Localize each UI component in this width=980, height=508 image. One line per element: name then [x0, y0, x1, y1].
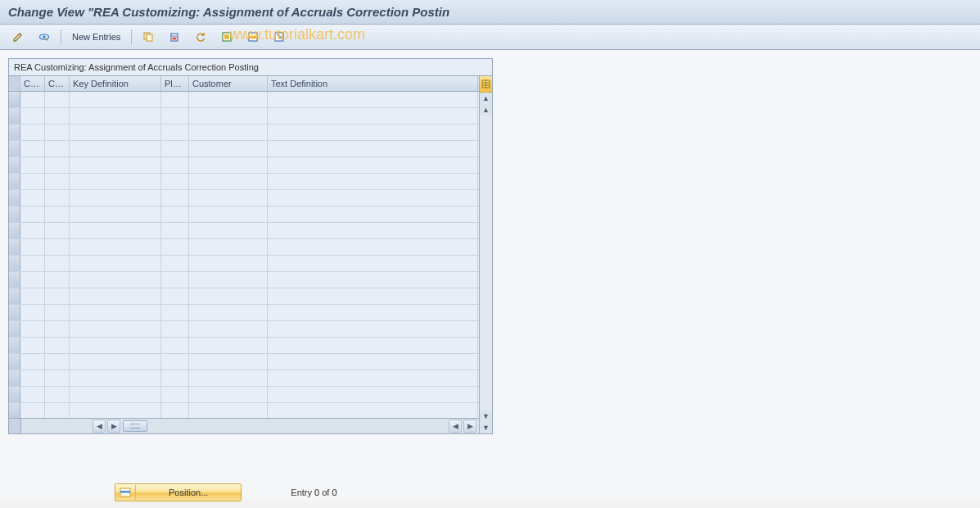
cell[interactable] — [20, 239, 45, 255]
cell[interactable] — [189, 125, 268, 140]
cell[interactable] — [161, 370, 189, 386]
cell[interactable] — [189, 157, 268, 173]
cell[interactable] — [268, 321, 478, 337]
cell[interactable] — [268, 92, 478, 107]
hscroll-left-icon[interactable]: ◀ — [93, 420, 106, 433]
cell[interactable] — [20, 125, 45, 140]
cell[interactable] — [161, 403, 189, 418]
cell[interactable] — [70, 190, 161, 206]
cell[interactable] — [189, 272, 268, 288]
cell[interactable] — [70, 305, 161, 320]
cell[interactable] — [161, 387, 189, 402]
row-selector[interactable] — [9, 387, 20, 402]
cell[interactable] — [161, 174, 189, 189]
cell[interactable] — [268, 387, 478, 402]
cell[interactable] — [20, 141, 45, 156]
column-header[interactable]: Text Definition — [268, 76, 478, 91]
cell[interactable] — [45, 239, 70, 255]
cell[interactable] — [45, 206, 70, 222]
row-selector[interactable] — [9, 141, 20, 156]
select-block-icon[interactable] — [242, 28, 264, 46]
cell[interactable] — [45, 387, 70, 402]
cell[interactable] — [189, 206, 268, 222]
cell[interactable] — [268, 174, 478, 189]
cell[interactable] — [20, 108, 45, 124]
cell[interactable] — [20, 338, 45, 353]
cell[interactable] — [268, 272, 478, 288]
column-header[interactable]: Key Definition — [70, 76, 161, 91]
cell[interactable] — [45, 370, 70, 386]
row-selector[interactable] — [9, 92, 20, 107]
cell[interactable] — [45, 256, 70, 271]
cell[interactable] — [189, 239, 268, 255]
cell[interactable] — [70, 338, 161, 353]
row-selector[interactable] — [9, 239, 20, 255]
cell[interactable] — [45, 321, 70, 337]
cell[interactable] — [20, 288, 45, 304]
row-selector[interactable] — [9, 272, 20, 288]
cell[interactable] — [70, 108, 161, 124]
cell[interactable] — [20, 223, 45, 238]
column-header[interactable]: Customer — [189, 76, 268, 91]
cell[interactable] — [70, 288, 161, 304]
cell[interactable] — [161, 338, 189, 353]
cell[interactable] — [20, 174, 45, 189]
table-settings-icon[interactable] — [480, 76, 492, 93]
cell[interactable] — [268, 256, 478, 271]
cell[interactable] — [45, 338, 70, 353]
cell[interactable] — [20, 206, 45, 222]
cell[interactable] — [70, 387, 161, 402]
hscroll-right-end-icon[interactable]: ▶ — [463, 420, 476, 433]
hscroll-left-end-icon[interactable]: ◀ — [449, 420, 462, 433]
cell[interactable] — [189, 108, 268, 124]
cell[interactable] — [70, 141, 161, 156]
cell[interactable] — [20, 354, 45, 370]
cell[interactable] — [161, 256, 189, 271]
position-button[interactable]: Position... — [115, 483, 242, 501]
cell[interactable] — [268, 305, 478, 320]
select-all-icon[interactable] — [215, 28, 238, 46]
cell[interactable] — [268, 141, 478, 156]
cell[interactable] — [45, 305, 70, 320]
cell[interactable] — [268, 108, 478, 124]
cell[interactable] — [70, 92, 161, 107]
cell[interactable] — [189, 354, 268, 370]
cell[interactable] — [45, 223, 70, 238]
row-selector[interactable] — [9, 223, 20, 238]
cell[interactable] — [20, 92, 45, 107]
cell[interactable] — [45, 108, 70, 124]
undo-change-icon[interactable] — [189, 28, 212, 46]
row-selector-header[interactable] — [9, 76, 20, 91]
cell[interactable] — [189, 288, 268, 304]
row-selector[interactable] — [9, 190, 20, 206]
cell[interactable] — [268, 125, 478, 140]
cell[interactable] — [161, 223, 189, 238]
cell[interactable] — [189, 223, 268, 238]
row-selector[interactable] — [9, 403, 20, 418]
toggle-change-icon[interactable] — [7, 28, 29, 46]
cell[interactable] — [45, 190, 70, 206]
cell[interactable] — [268, 190, 478, 206]
cell[interactable] — [189, 190, 268, 206]
cell[interactable] — [45, 157, 70, 173]
hscroll-thumb[interactable] — [123, 420, 147, 432]
vscroll-down-icon[interactable]: ▼ — [480, 422, 492, 433]
cell[interactable] — [268, 370, 478, 386]
row-selector[interactable] — [9, 157, 20, 173]
row-selector[interactable] — [9, 305, 20, 320]
cell[interactable] — [189, 305, 268, 320]
cell[interactable] — [189, 256, 268, 271]
cell[interactable] — [189, 174, 268, 189]
cell[interactable] — [70, 206, 161, 222]
cell[interactable] — [70, 403, 161, 418]
cell[interactable] — [45, 125, 70, 140]
cell[interactable] — [20, 190, 45, 206]
cell[interactable] — [161, 157, 189, 173]
cell[interactable] — [45, 92, 70, 107]
cell[interactable] — [161, 190, 189, 206]
cell[interactable] — [189, 92, 268, 107]
cell[interactable] — [45, 272, 70, 288]
row-selector[interactable] — [9, 206, 20, 222]
cell[interactable] — [70, 321, 161, 337]
deselect-all-icon[interactable] — [268, 28, 291, 46]
